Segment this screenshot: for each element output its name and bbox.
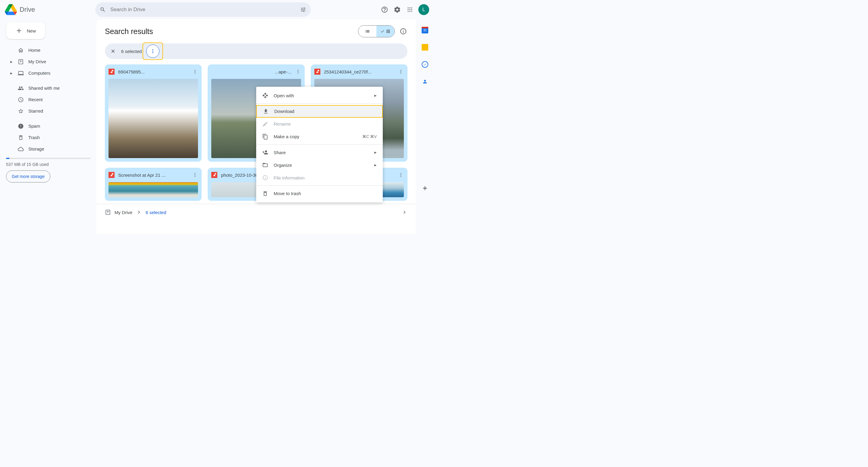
- main-content: Search results: [96, 19, 416, 234]
- context-menu: Open with ▸ Download Rename Make a copy …: [256, 87, 383, 202]
- tasks-icon: [422, 61, 428, 68]
- menu-download[interactable]: Download: [256, 105, 383, 118]
- folder-icon: [262, 162, 268, 168]
- more-vert-icon: [150, 48, 156, 54]
- trash-icon: [262, 191, 268, 197]
- file-menu-button[interactable]: [192, 69, 198, 75]
- keep-button[interactable]: [422, 44, 428, 51]
- image-file-icon: [108, 172, 115, 178]
- page-title: Search results: [105, 27, 153, 36]
- file-menu-button[interactable]: [398, 69, 404, 75]
- my-drive-icon: [18, 59, 24, 65]
- svg-point-12: [195, 70, 195, 71]
- more-vert-icon: [193, 69, 197, 74]
- menu-organize[interactable]: Organize ▸: [256, 159, 383, 171]
- svg-point-23: [195, 176, 195, 177]
- gear-icon: [394, 6, 401, 13]
- svg-point-15: [298, 70, 299, 71]
- svg-point-2: [411, 7, 412, 8]
- list-view-button[interactable]: [358, 26, 376, 37]
- menu-share[interactable]: Share ▸: [256, 146, 383, 159]
- file-menu-button[interactable]: [295, 69, 301, 75]
- chevron-right-icon: [136, 209, 142, 215]
- info-icon: [262, 175, 268, 181]
- logo-area[interactable]: Drive: [5, 4, 89, 15]
- svg-point-17: [298, 73, 299, 73]
- menu-open-with[interactable]: Open with ▸: [256, 89, 383, 102]
- file-card[interactable]: 690475895...: [105, 64, 202, 162]
- contacts-button[interactable]: [422, 78, 428, 85]
- spam-icon: [18, 123, 24, 129]
- app-title: Drive: [20, 6, 35, 13]
- sidebar-item-label: My Drive: [28, 59, 46, 64]
- help-button[interactable]: [380, 5, 389, 14]
- sidebar-item-my-drive[interactable]: ▸ My Drive: [6, 56, 90, 67]
- filter-icon[interactable]: [300, 7, 306, 13]
- sidebar-item-label: Spam: [28, 124, 40, 129]
- share-icon: [262, 149, 268, 155]
- menu-move-to-trash[interactable]: Move to trash: [256, 187, 383, 200]
- sidebar-item-label: Recent: [28, 97, 43, 102]
- menu-divider: [256, 103, 383, 104]
- svg-point-27: [401, 173, 401, 174]
- svg-point-11: [153, 53, 153, 53]
- menu-file-info: File information: [256, 171, 383, 184]
- breadcrumb-root[interactable]: My Drive: [115, 210, 132, 215]
- svg-point-3: [408, 9, 409, 10]
- search-input[interactable]: [110, 7, 296, 13]
- menu-label: Move to trash: [274, 191, 301, 196]
- search-icon: [100, 7, 106, 13]
- computers-icon: [18, 70, 24, 76]
- file-menu-button[interactable]: [398, 172, 404, 178]
- sidebar-item-spam[interactable]: Spam: [6, 121, 90, 132]
- chevron-right-icon: [401, 209, 407, 215]
- apps-button[interactable]: [406, 5, 414, 14]
- menu-label: Organize: [274, 163, 292, 168]
- sidebar-item-recent[interactable]: Recent: [6, 94, 90, 105]
- sidebar-item-shared[interactable]: Shared with me: [6, 82, 90, 94]
- menu-divider: [256, 144, 383, 145]
- more-vert-icon: [398, 172, 403, 177]
- more-actions-button[interactable]: [146, 44, 159, 58]
- tasks-button[interactable]: [422, 61, 428, 68]
- clear-selection-button[interactable]: [110, 47, 117, 55]
- info-button[interactable]: [399, 27, 407, 36]
- svg-point-5: [411, 9, 412, 10]
- info-icon: [400, 28, 407, 35]
- check-icon: [380, 29, 384, 33]
- shared-icon: [18, 85, 24, 91]
- search-bar[interactable]: [95, 2, 311, 17]
- sidebar-item-computers[interactable]: ▸ Computers: [6, 67, 90, 79]
- calendar-button[interactable]: 31: [422, 27, 428, 33]
- menu-label: Open with: [274, 93, 294, 98]
- storage-icon: [18, 146, 24, 152]
- trash-icon: [18, 135, 24, 141]
- sidebar-item-storage[interactable]: Storage: [6, 143, 90, 155]
- grid-view-button[interactable]: [376, 26, 395, 37]
- side-panel: 31: [416, 19, 434, 234]
- settings-button[interactable]: [393, 5, 401, 14]
- file-menu-button[interactable]: [192, 172, 198, 178]
- more-vert-icon: [398, 69, 403, 74]
- help-icon: [381, 6, 388, 13]
- svg-point-9: [153, 49, 153, 50]
- file-name: 690475895...: [118, 69, 188, 74]
- sidebar-item-home[interactable]: Home: [6, 44, 90, 56]
- sidebar-item-trash[interactable]: Trash: [6, 132, 90, 143]
- svg-point-20: [401, 73, 401, 73]
- sidebar-item-label: Storage: [28, 146, 44, 152]
- image-file-icon: [211, 172, 217, 178]
- menu-label: Rename: [274, 121, 291, 127]
- sidebar-item-starred[interactable]: Starred: [6, 105, 90, 117]
- expand-button[interactable]: [401, 209, 407, 215]
- avatar[interactable]: L: [418, 4, 429, 15]
- svg-point-1: [409, 7, 410, 8]
- file-card[interactable]: Screenshot at Apr 21 ...: [105, 168, 202, 201]
- get-storage-button[interactable]: Get more storage: [6, 170, 50, 182]
- star-icon: [18, 108, 24, 114]
- menu-make-copy[interactable]: Make a copy ⌘C ⌘V: [256, 130, 383, 143]
- add-panel-button[interactable]: [422, 185, 428, 192]
- plus-icon: [422, 185, 428, 192]
- new-button[interactable]: New: [6, 22, 45, 39]
- plus-icon: [16, 27, 23, 34]
